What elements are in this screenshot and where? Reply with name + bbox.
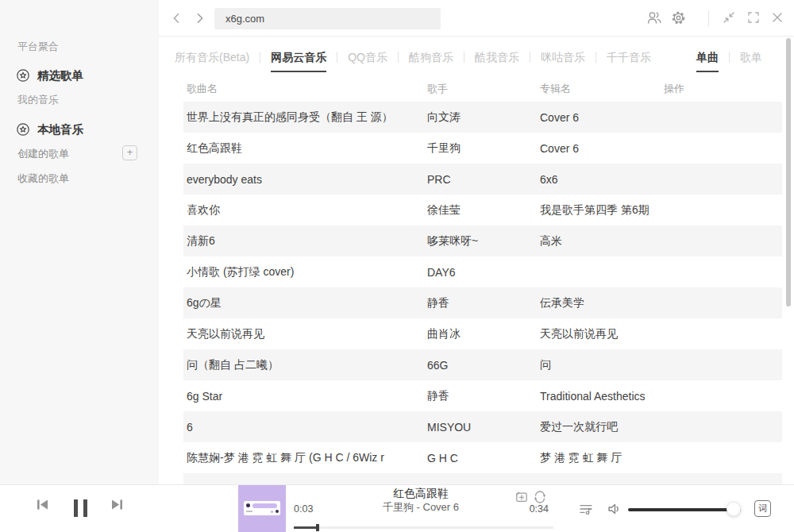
sidebar-item-featured-playlists[interactable]: 精选歌单 [0, 67, 159, 86]
table-row[interactable]: 世界上没有真正的感同身受（翻自 王 源） 向文涛 Cover 6 [183, 102, 782, 133]
table-row[interactable]: 陈慧娴-梦 港 霓 虹 舞 厅 (G H C / 6Wiz r G H C 梦 … [183, 442, 782, 473]
song-artist: 静香 [427, 296, 540, 310]
now-playing-title: 红色高跟鞋 [326, 488, 516, 499]
album-art-detail [244, 501, 280, 515]
column-header-song: 歌曲名 [183, 82, 427, 96]
song-name: 问（翻自 占二曦） [183, 358, 427, 372]
table-row[interactable]: 6gの星 静香 伝承美学 [183, 287, 782, 318]
song-name: 世界上没有真正的感同身受（翻自 王 源） [183, 110, 427, 125]
volume-slider[interactable] [628, 508, 741, 511]
settings-gear-icon[interactable] [671, 10, 687, 26]
song-name: 清新6 [183, 234, 427, 249]
tab-kuwo[interactable]: 酷我音乐 [475, 51, 519, 72]
table-body: 世界上没有真正的感同身受（翻自 王 源） 向文涛 Cover 6 红色高跟鞋 千… [183, 102, 782, 484]
progress-bar[interactable] [294, 526, 553, 529]
song-name: 6g Star [183, 390, 427, 403]
total-duration: 0:34 [518, 503, 549, 515]
tab-playlist[interactable]: 歌单 [740, 51, 762, 72]
next-track-icon[interactable] [110, 498, 124, 515]
song-name: 6 [183, 421, 427, 434]
sidebar-section-my-music: 我的音乐 [17, 93, 59, 107]
song-album: Traditional Aesthetics [540, 390, 664, 403]
song-album: 6x6 [540, 173, 664, 186]
star-badge-icon [16, 122, 30, 140]
desktop-lyrics-toggle[interactable]: 词 [754, 500, 771, 517]
sidebar-item-created-playlists[interactable]: 创建的歌单 [17, 147, 69, 161]
source-tabs: 所有音乐(Beta) 网易云音乐 QQ音乐 酷狗音乐 酷我音乐 咪咕音乐 千千音… [175, 51, 651, 72]
song-artist: DAY6 [427, 266, 540, 279]
scrollbar-thumb[interactable] [786, 38, 791, 306]
add-playlist-button[interactable]: + [122, 145, 137, 160]
star-badge-icon [16, 68, 30, 86]
table-row[interactable]: 喜欢你 徐佳莹 我是歌手第四季 第6期 [183, 195, 782, 226]
song-artist: 曲肖冰 [427, 327, 540, 341]
song-album: 我是歌手第四季 第6期 [540, 203, 664, 218]
close-icon[interactable] [770, 10, 786, 26]
table-row[interactable]: 红色高跟鞋 千里狗 Cover 6 [183, 133, 782, 164]
tab-migu[interactable]: 咪咕音乐 [541, 51, 585, 72]
volume-knob[interactable] [727, 502, 741, 516]
table-row[interactable]: 问（翻自 占二曦） 66G 问 [183, 349, 782, 380]
users-icon[interactable] [646, 10, 662, 26]
app-window: 平台聚合 精选歌单 我的音乐 本地音乐 创建的歌单 + 收藏的歌单 [0, 0, 794, 532]
table-row-partial[interactable] [183, 473, 782, 484]
song-name: 小情歌 (苏打绿 cover) [183, 265, 427, 279]
table-row[interactable]: 6 MISYOU 爱过一次就行吧 [183, 411, 782, 442]
tab-all-music[interactable]: 所有音乐(Beta) [175, 51, 249, 72]
progress-handle[interactable] [316, 524, 319, 531]
table-header: 歌曲名 歌手 专辑名 操作 [183, 76, 782, 102]
tab-single-song[interactable]: 单曲 [696, 51, 719, 72]
back-icon[interactable] [170, 11, 184, 25]
song-album: 伝承美学 [540, 296, 664, 310]
song-name: 6gの星 [183, 296, 427, 310]
song-name: 天亮以前说再见 [183, 327, 427, 341]
song-album: 梦 港 霓 虹 舞 厅 [540, 451, 664, 465]
sidebar-section-platform: 平台聚合 [17, 40, 59, 54]
table-row[interactable]: 清新6 哆莱咪呀~ 高米 [183, 226, 782, 256]
tab-divider [596, 52, 596, 63]
column-header-album: 专辑名 [540, 82, 664, 96]
song-artist: 66G [427, 359, 540, 372]
song-artist: 徐佳莹 [427, 203, 540, 218]
song-album: 高米 [540, 234, 664, 249]
song-album: 爱过一次就行吧 [540, 420, 664, 434]
tab-divider [337, 52, 337, 63]
song-album: 天亮以前说再见 [540, 327, 664, 341]
table-row[interactable]: everybody eats PRC 6x6 [183, 164, 782, 195]
previous-track-icon[interactable] [36, 498, 49, 515]
play-queue-icon[interactable] [579, 502, 593, 519]
tab-qianqian[interactable]: 千千音乐 [607, 51, 651, 72]
song-artist: 向文涛 [427, 110, 540, 125]
forward-icon[interactable] [192, 11, 206, 25]
column-header-action: 操作 [664, 82, 782, 96]
player-bar: 0:03 红色高跟鞋 千里狗 - Cover 6 0:34 [0, 484, 794, 532]
pause-icon[interactable] [74, 499, 87, 517]
tab-divider [260, 52, 260, 63]
song-artist: G H C [427, 452, 540, 465]
table-row[interactable]: 小情歌 (苏打绿 cover) DAY6 [183, 256, 782, 287]
tab-kugou[interactable]: 酷狗音乐 [409, 51, 453, 72]
song-album: Cover 6 [540, 142, 664, 155]
song-name: 喜欢你 [183, 203, 427, 218]
tab-qq-music[interactable]: QQ音乐 [348, 51, 387, 72]
now-playing-artist-album: 千里狗 - Cover 6 [318, 502, 524, 513]
album-art[interactable] [238, 485, 286, 532]
tab-divider [464, 52, 464, 63]
song-artist: 千里狗 [427, 141, 540, 156]
volume-icon[interactable] [607, 502, 622, 519]
sidebar-item-label: 本地音乐 [37, 122, 83, 137]
mini-mode-icon[interactable] [722, 10, 738, 26]
song-name: everybody eats [183, 173, 427, 186]
source-tabs-bar: 所有音乐(Beta) 网易云音乐 QQ音乐 酷狗音乐 酷我音乐 咪咕音乐 千千音… [175, 51, 762, 72]
table-row[interactable]: 天亮以前说再见 曲肖冰 天亮以前说再见 [183, 318, 782, 349]
table-row[interactable]: 6g Star 静香 Traditional Aesthetics [183, 380, 782, 411]
search-input[interactable] [214, 8, 441, 29]
tab-netease[interactable]: 网易云音乐 [271, 51, 326, 72]
sidebar-item-collected-playlists[interactable]: 收藏的歌单 [17, 172, 69, 186]
sidebar-item-local-music[interactable]: 本地音乐 [0, 121, 159, 140]
fullscreen-icon[interactable] [746, 10, 762, 26]
song-table: 歌曲名 歌手 专辑名 操作 世界上没有真正的感同身受（翻自 王 源） 向文涛 C… [183, 76, 782, 484]
song-artist: 哆莱咪呀~ [427, 234, 540, 249]
top-bar [159, 0, 794, 37]
topbar-divider [708, 10, 709, 26]
